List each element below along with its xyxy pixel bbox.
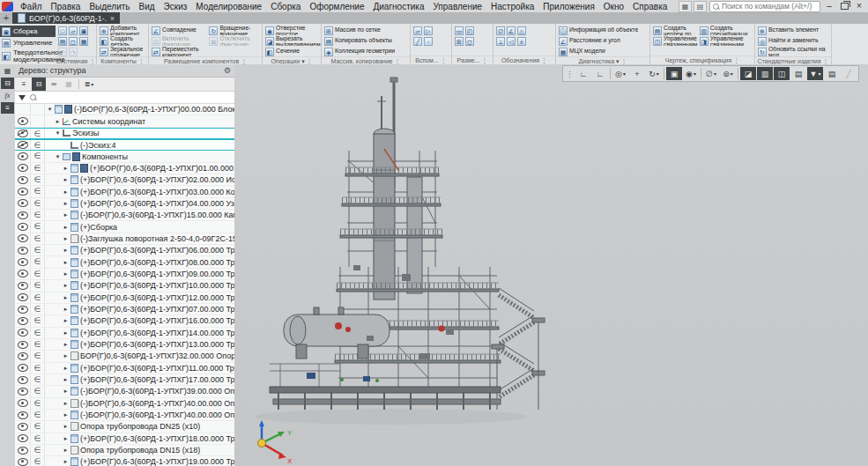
- rotation-rotation-button[interactable]: ↻Вращение-вращение: [209, 26, 260, 35]
- tree-item[interactable]: ∈▸(+)Сборка: [15, 221, 234, 233]
- update-references-button[interactable]: ↻Обновить ссылки на мод...: [758, 47, 829, 56]
- note-base-button[interactable]: ⊥: [496, 36, 505, 46]
- eye-hidden-icon[interactable]: [18, 141, 28, 149]
- insert-element-button[interactable]: ⊕Вставить элемент: [758, 26, 829, 35]
- expand-arrow-icon[interactable]: ▸: [63, 306, 69, 313]
- tree-item[interactable]: ∈▸(-)БОР(Г)0,6-3(60РД-1-УПХГ)40.00.000 О…: [15, 398, 234, 410]
- eye-visible-icon[interactable]: [18, 388, 28, 396]
- save-button[interactable]: ▣: [79, 26, 88, 35]
- menu-item[interactable]: Диагностика: [368, 2, 428, 11]
- manage-linked-specs-button[interactable]: ◨Управление связанными с...: [700, 36, 753, 46]
- print-preview-button[interactable]: ◻: [69, 36, 78, 46]
- mirror-components-button[interactable]: ⇄Зеркальное отражение ко...: [100, 47, 146, 56]
- tree-item[interactable]: ∈▾Эскизы: [15, 128, 234, 139]
- expand-arrow-icon[interactable]: ▸: [63, 376, 69, 383]
- eye-visible-icon[interactable]: [18, 364, 28, 372]
- expand-arrow-icon[interactable]: ▸: [55, 118, 61, 125]
- expand-arrow-icon[interactable]: ▸: [63, 235, 69, 242]
- ribbon-group-marks[interactable]: ⋮: [541, 56, 547, 64]
- tree-item[interactable]: ∈▸(+)БОР(Г)0,6-3(60РД-1-УПХГ)07.00.000 Т…: [15, 304, 234, 315]
- expand-arrow-icon[interactable]: ▸: [63, 317, 69, 324]
- list-panel-icon[interactable]: ≡: [1, 102, 14, 114]
- eye-visible-icon[interactable]: [18, 223, 28, 231]
- tree-item[interactable]: ∈▸(-)БОР(Г)0,6-3(60РД-1-УПХГ)15.00.000 К…: [15, 210, 234, 221]
- panels-icon[interactable]: ▦: [1, 65, 14, 77]
- tab-close-icon[interactable]: ×: [110, 14, 115, 23]
- tree-display-options-icon[interactable]: ≣▾: [82, 78, 96, 91]
- eye-visible-icon[interactable]: [18, 423, 28, 431]
- tree-item-body[interactable]: ▸(+)БОР(Г)0,6-3(60РД-1-УПХГ)14.00.000 Тр…: [45, 329, 234, 337]
- tree-structure-icon[interactable]: ⊟: [32, 78, 46, 91]
- tree-item-body[interactable]: ▸(+)БОР(Г)0,6-3(60РД-1-УПХГ)08.00.000 Тр…: [45, 258, 234, 267]
- tree-panel-icon[interactable]: ⊟: [1, 78, 14, 89]
- tree-item[interactable]: ∈▸(+)БОР(Г)0,6-3(60РД-1-УПХГ)08.00.000 Т…: [15, 256, 234, 268]
- tree-item[interactable]: ∈▸Опора трубопровода DN15 (x18): [15, 445, 234, 456]
- tree-item-body[interactable]: ▸(+)БОР(Г)0,6-3(60РД-1-УПХГ)18.00.000 Тр…: [45, 434, 234, 443]
- menu-item[interactable]: Сборка: [266, 2, 305, 11]
- tree-item-body[interactable]: ▸(+)БОР(Г)0,6-3(60РД-1-УПХГ)06.00.000 Тр…: [45, 246, 234, 255]
- model-viewport[interactable]: ⋮∟∟◎▾+↻▾▣◉▾∅▾⊚▾◪▥◫▤▼▾▤╱: [234, 64, 868, 466]
- menu-item[interactable]: Вид: [135, 2, 160, 11]
- layout-icon[interactable]: ▦: [679, 1, 692, 12]
- ribbon-group-marks[interactable]: ⋮: [395, 57, 401, 64]
- expand-arrow-icon[interactable]: ▸: [63, 165, 69, 172]
- geometry-collection-button[interactable]: ◈Коллекция геометрии: [324, 47, 395, 56]
- tree-item[interactable]: ∈▸(+)БОР(Г)0,6-3(60РД-1-УПХГ)16.00.000 Т…: [15, 315, 234, 327]
- menu-item[interactable]: Правка: [47, 2, 85, 11]
- ribbon-group-marks[interactable]: ⋮: [823, 57, 829, 64]
- object-info-button[interactable]: ⓘИнформация об объекте: [559, 26, 638, 35]
- menu-item[interactable]: Окно: [599, 2, 628, 11]
- expand-arrow-icon[interactable]: ▸: [63, 176, 69, 183]
- expand-arrow-icon[interactable]: ▸: [63, 352, 69, 359]
- eye-visible-icon[interactable]: [18, 164, 28, 172]
- menu-item[interactable]: Эскиз: [160, 2, 192, 11]
- tree-item[interactable]: ∈▸(-)БОР(Г)0,6-3(60РД-1-УПХГ)39.00.000 О…: [15, 386, 234, 397]
- collapse-arrow-icon[interactable]: ▾: [47, 106, 53, 113]
- expand-arrow-icon[interactable]: ▸: [63, 388, 69, 395]
- expand-arrow-icon[interactable]: ▸: [63, 224, 69, 231]
- ribbon-group-marks[interactable]: ⋮: [733, 56, 739, 64]
- tree-item[interactable]: ∈▸(-)Заглушка поворотная 2-50-4,0-09Г2С-…: [15, 233, 234, 245]
- place-sketch-button[interactable]: ◰: [465, 26, 474, 35]
- tree-item-body[interactable]: ▸Опора трубопровода DN25 (x10): [45, 422, 234, 431]
- tree-item[interactable]: ▸Системы координат: [15, 115, 234, 127]
- tree-search-icon[interactable]: [30, 94, 36, 100]
- expand-arrow-icon[interactable]: ▸: [63, 435, 69, 442]
- tree-item[interactable]: ∈▸БОР(Г)0,6-3(60РД-1-УПХГ)32.00.000 Опор…: [15, 351, 234, 362]
- eye-visible-icon[interactable]: [18, 399, 28, 407]
- tree-item-body[interactable]: ▾(-)БОР(Г)0,6-3(60РД-1-УПХГ)00.00.000 Бл…: [45, 105, 234, 114]
- menu-item[interactable]: Оформление: [305, 2, 368, 11]
- move-component-button[interactable]: ⇄Переместить компонент: [152, 47, 207, 56]
- tree-item-body[interactable]: ▸(-)Заглушка поворотная 2-50-4,0-09Г2С-1…: [45, 234, 234, 243]
- mass-properties-button[interactable]: ▦МЦХ модели: [559, 47, 638, 56]
- tree-item-body[interactable]: ▸(+)БОР(Г)0,6-3(60РД-1-УПХГ)16.00.000 Тр…: [45, 316, 234, 325]
- ribbon-group-marks[interactable]: ▾ ⋮: [616, 57, 627, 64]
- note-datum-button[interactable]: ◁: [507, 36, 516, 46]
- expand-arrow-icon[interactable]: ▸: [63, 341, 69, 348]
- save-as-button[interactable]: ▦: [79, 36, 88, 46]
- print-button[interactable]: ▤: [58, 36, 67, 46]
- expand-arrow-icon[interactable]: ▸: [63, 294, 69, 301]
- tree-item-body[interactable]: ▸(+)БОР(Г)0,6-3(60РД-1-УПХГ)10.00.000 Тр…: [45, 281, 234, 290]
- tree-item[interactable]: ∈(-)Эскиз:4: [15, 139, 234, 151]
- place-point-button[interactable]: ◻: [465, 36, 474, 46]
- eye-visible-icon[interactable]: [18, 352, 28, 360]
- tree-item-body[interactable]: (-)Эскиз:4: [45, 141, 234, 150]
- tree-item[interactable]: ∈▸(+)БОР(Г)0,6-3(60РД-1-УПХГ)03.00.000 К…: [15, 186, 234, 197]
- command-search[interactable]: [709, 1, 820, 12]
- tree-item[interactable]: ∈▸(+)БОР(Г)0,6-3(60РД-1-УПХГ)11.00.000 Т…: [15, 363, 234, 374]
- document-tab[interactable]: БОР(Г)0,6-3(60РД-1-... ×: [12, 12, 120, 24]
- expand-arrow-icon[interactable]: ▸: [63, 400, 69, 407]
- menu-item[interactable]: Моделирование: [191, 2, 266, 11]
- collapse-ribbon-chevron[interactable]: ⌄: [23, 57, 28, 64]
- tree-item-body[interactable]: ▸(+)БОР(Г)0,6-3(60РД-1-УПХГ)02.00.000 Ис…: [45, 175, 234, 184]
- eye-visible-icon[interactable]: [18, 434, 28, 442]
- tree-item[interactable]: ∈▸Опора трубопровода DN25 (x10): [15, 421, 234, 433]
- tree-item-body[interactable]: ▸(-)БОР(Г)0,6-3(60РД-1-УПХГ)40.00.000 Оп…: [45, 399, 234, 408]
- ribbon-group-marks[interactable]: ▾ ⋮: [301, 57, 312, 64]
- tree-item-body[interactable]: ▸(+)БОР(Г)0,6-3(60РД-1-УПХГ)03.00.000 Ко…: [45, 188, 234, 196]
- cut-extrude-button[interactable]: ◪Вырезать выдавливанием: [265, 36, 321, 46]
- gear-icon[interactable]: ⚙: [224, 65, 231, 76]
- eye-visible-icon[interactable]: [18, 411, 28, 419]
- section-button[interactable]: ◧Сечение: [265, 47, 321, 56]
